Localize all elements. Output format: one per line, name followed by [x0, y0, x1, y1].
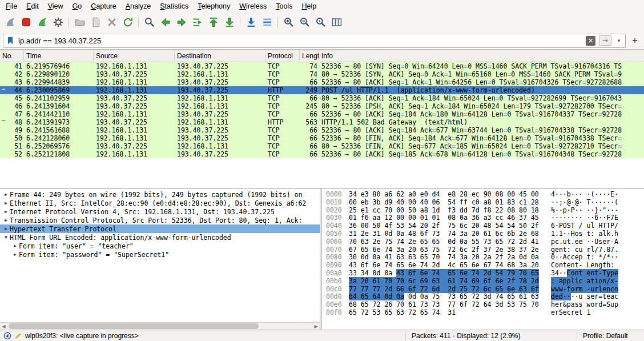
capture-options-button[interactable]	[50, 15, 66, 30]
scrollbar-track[interactable]	[7, 323, 312, 330]
menu-help[interactable]: Help	[297, 1, 321, 12]
go-back-button[interactable]	[158, 15, 173, 30]
menu-wireless[interactable]: Wireless	[235, 1, 271, 12]
hex-row[interactable]: 000034 e3 80 a6 62 a0 e0 d4 e8 28 ec 90 …	[322, 191, 644, 199]
detail-row[interactable]: ▶Form item: "password" = "SuperSecret1"	[0, 250, 320, 259]
column-header-length[interactable]: Length	[300, 50, 319, 62]
zoom-out-button[interactable]	[297, 15, 312, 30]
menu-go[interactable]: Go	[68, 1, 87, 12]
column-header-source[interactable]: Source	[94, 50, 175, 62]
packet-row[interactable]: 476.241442110192.168.1.131193.40.37.225T…	[0, 110, 644, 118]
packet-row[interactable]: 416.219576946192.168.1.131193.40.37.225T…	[0, 62, 644, 70]
packet-row[interactable]: ─486.241391973193.40.37.225192.168.1.131…	[0, 118, 644, 126]
menu-file[interactable]: File	[1, 1, 22, 12]
find-packet-button[interactable]	[142, 15, 157, 30]
profile-selector[interactable]: Profile: Default	[577, 332, 644, 340]
packet-row[interactable]: 426.229890120193.40.37.225192.168.1.131T…	[0, 70, 644, 78]
hex-row[interactable]: 001000 eb 3b d9 40 00 40 06 54 ff c0 a8 …	[322, 199, 644, 207]
column-header-destination[interactable]: Destination	[175, 50, 265, 62]
column-header-no[interactable]: No.	[0, 50, 24, 62]
bookmark-icon[interactable]	[6, 36, 15, 45]
filter-expression[interactable]: ip.addr == 193.40.37.225	[18, 37, 582, 45]
go-to-packet-button[interactable]	[190, 15, 205, 30]
expand-icon[interactable]: ▶	[11, 252, 19, 257]
scroll-left-icon[interactable]: ◀	[0, 323, 7, 330]
go-last-button[interactable]	[222, 15, 237, 30]
detail-row[interactable]: ▶Hypertext Transfer Protocol	[0, 224, 320, 233]
clear-filter-icon[interactable]: ✕	[586, 36, 595, 46]
colorize-button[interactable]	[259, 15, 275, 30]
scroll-right-icon[interactable]: ▶	[312, 323, 320, 330]
menu-statistics[interactable]: Statistics	[155, 1, 193, 12]
hex-row[interactable]: 00b03a 20 61 70 70 6c 69 63 61 74 69 6f …	[322, 278, 644, 286]
apply-filter-icon[interactable]	[599, 35, 611, 46]
detail-row[interactable]: ▶Ethernet II, Src: IntelCor_28:ec:90 (e0…	[0, 199, 320, 207]
reload-button[interactable]	[120, 15, 135, 30]
file-open-button[interactable]	[72, 15, 87, 30]
column-header-protocol[interactable]: Protocol	[265, 50, 300, 62]
column-header-time[interactable]: Time	[24, 50, 94, 62]
hex-row[interactable]: 00c077 77 77 2d 66 6f 72 6d 2d 75 72 6c …	[322, 286, 644, 294]
packet-row[interactable]: 496.241561688192.168.1.131193.40.37.225T…	[0, 126, 644, 134]
detail-row[interactable]: ▶Form item: "user" = "teacher"	[0, 242, 320, 250]
expert-info-icon[interactable]	[3, 332, 11, 340]
go-first-button[interactable]	[206, 15, 221, 30]
packet-row[interactable]: 526.252121808192.168.1.131193.40.37.225T…	[0, 150, 644, 158]
packet-row[interactable]: 506.242128060192.168.1.131193.40.37.225T…	[0, 134, 644, 142]
packet-row[interactable]: 516.252069576193.40.37.225192.168.1.131T…	[0, 142, 644, 150]
ascii-char: 0	[551, 253, 555, 261]
expand-icon[interactable]: ▶	[11, 243, 19, 248]
hex-row[interactable]: 00f065 72 53 65 63 72 65 74 31erSecret 1	[322, 309, 644, 317]
hex-row[interactable]: 00a033 34 0d 0a 43 6f 6e 74 65 6e 74 2d …	[322, 270, 644, 278]
hex-row[interactable]: 002025 e1 cc 70 00 50 a8 1d f3 dd 7d f8 …	[322, 207, 644, 215]
packet-row[interactable]: →446.230095869192.168.1.131193.40.37.225…	[0, 86, 644, 94]
auto-scroll-button[interactable]	[243, 15, 259, 30]
hex-row[interactable]: 006070 63 2e 75 74 2e 65 65 0d 0a 55 73 …	[322, 238, 644, 246]
menu-analyze[interactable]: Analyze	[121, 1, 155, 12]
collapse-icon[interactable]: ▼	[2, 235, 10, 240]
details-horizontal-scrollbar[interactable]: ◀ ▶	[0, 322, 320, 330]
hex-row[interactable]: 003001 f6 aa 12 00 00 01 01 08 0a 36 a3 …	[322, 214, 644, 222]
packet-row[interactable]: 436.229944839192.168.1.131193.40.37.225T…	[0, 78, 644, 86]
menu-edit[interactable]: Edit	[22, 1, 43, 12]
hex-row[interactable]: 00e068 65 72 26 70 61 73 73 77 6f 72 64 …	[322, 301, 644, 309]
scrollbar-thumb[interactable]	[9, 323, 259, 329]
detail-row[interactable]: ▶Transmission Control Protocol, Src Port…	[0, 216, 320, 224]
capture-stop-button[interactable]	[18, 15, 34, 30]
hex-row[interactable]: 007067 65 6e 74 3a 20 63 75 72 6c 2f 37 …	[322, 246, 644, 254]
zoom-original-button[interactable]	[313, 15, 328, 30]
detail-row[interactable]: ▶Frame 44: 249 bytes on wire (1992 bits)…	[0, 190, 320, 199]
hex-row[interactable]: 009043 6f 6e 74 65 6e 74 2d 4c 65 6e 67 …	[322, 262, 644, 270]
expand-icon[interactable]: ▶	[2, 200, 10, 206]
zoom-in-button[interactable]	[281, 15, 296, 30]
expand-icon[interactable]: ▶	[2, 226, 10, 231]
detail-row[interactable]: ▼HTML Form URL Encoded: application/x-ww…	[0, 233, 320, 242]
resize-columns-button[interactable]	[329, 15, 344, 30]
hex-row[interactable]: 005031 2e 31 0d 0a 48 6f 73 74 3a 20 61 …	[322, 230, 644, 238]
packet-row[interactable]: 456.241102959193.40.37.225192.168.1.131T…	[0, 94, 644, 102]
menu-tools[interactable]: Tools	[271, 1, 297, 12]
hex-bytes: 77 77 77 2d 66 6f 72 6d 2d 75 72 6c 65 6…	[349, 286, 548, 294]
go-forward-button[interactable]	[174, 15, 189, 30]
filter-dropdown-caret[interactable]: ▼	[615, 38, 623, 43]
hex-row[interactable]: 00d064 65 64 0d 0a 0d 0a 75 73 65 72 3d …	[322, 293, 644, 301]
detail-row[interactable]: ▶Internet Protocol Version 4, Src: 192.1…	[0, 207, 320, 216]
packet-row[interactable]: 466.241391604193.40.37.225192.168.1.131T…	[0, 102, 644, 110]
expand-icon[interactable]: ▶	[2, 218, 10, 223]
hex-row[interactable]: 008030 0d 0a 41 63 63 65 70 74 3a 20 2a …	[322, 254, 644, 262]
column-header-info[interactable]: Info	[319, 50, 644, 62]
capture-start-button[interactable]	[2, 15, 18, 30]
file-save-button[interactable]	[88, 15, 103, 30]
capture-comment-icon[interactable]	[14, 332, 22, 340]
display-filter-input[interactable]: ip.addr == 193.40.37.225 ✕ ▼	[3, 34, 626, 48]
menu-telephony[interactable]: Telephony	[193, 1, 235, 12]
menu-capture[interactable]: Capture	[86, 1, 120, 12]
capture-restart-button[interactable]	[34, 15, 50, 30]
expand-icon[interactable]: ▶	[2, 192, 10, 197]
hex-row[interactable]: 004036 00 50 4f 53 54 20 2f 75 6c 20 48 …	[322, 222, 644, 230]
file-close-button[interactable]	[104, 15, 119, 30]
add-filter-button[interactable]: +	[629, 34, 641, 47]
expand-icon[interactable]: ▶	[2, 209, 10, 214]
hex-byte: 6e	[373, 261, 381, 269]
menu-view[interactable]: View	[43, 1, 68, 12]
